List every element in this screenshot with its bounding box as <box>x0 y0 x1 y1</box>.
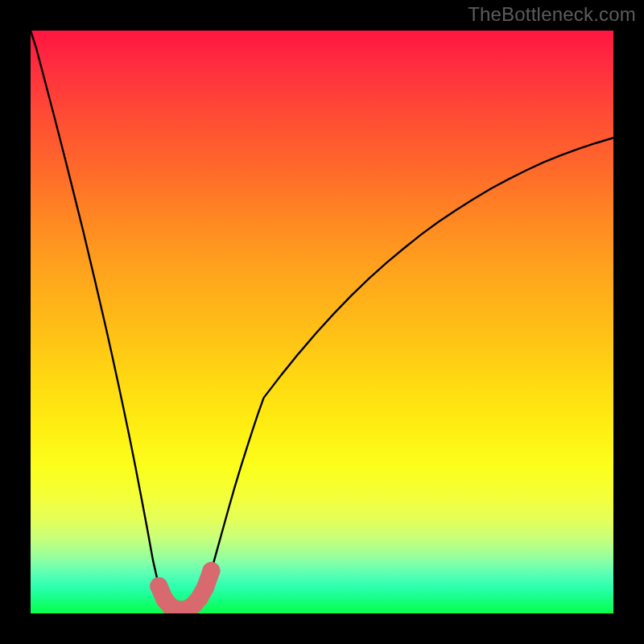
bottleneck-curve <box>31 31 613 610</box>
optimal-marker <box>196 578 214 596</box>
chart-frame: TheBottleneck.com <box>0 0 644 644</box>
optimal-marker <box>202 562 220 580</box>
watermark-text: TheBottleneck.com <box>468 3 636 26</box>
plot-area <box>31 31 613 613</box>
chart-svg <box>31 31 613 613</box>
